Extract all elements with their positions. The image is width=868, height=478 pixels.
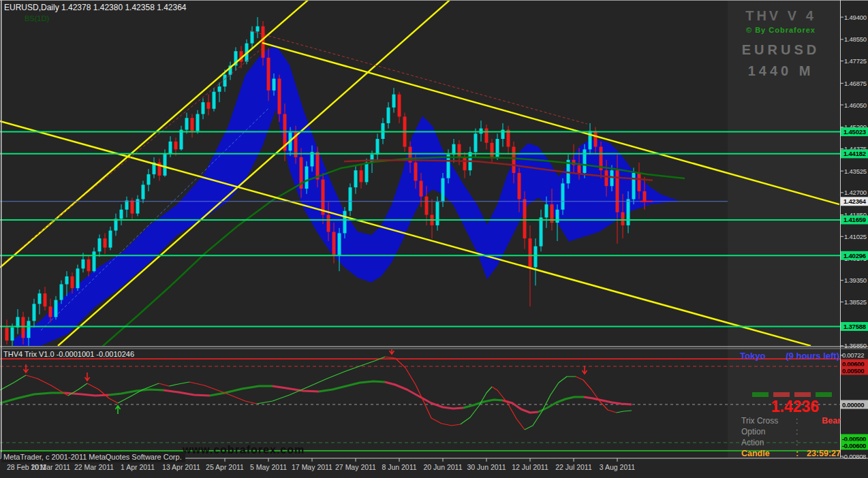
svg-text:1.47725: 1.47725 (844, 57, 867, 65)
indicator-bs-label: BS(1D) (25, 14, 49, 22)
signal-bar (773, 392, 790, 397)
svg-text:1.41025: 1.41025 (844, 233, 867, 240)
svg-text:1.44182: 1.44182 (843, 150, 866, 157)
svg-text:3 Aug 2011: 3 Aug 2011 (600, 463, 636, 471)
svg-text:12 Jul 2011: 12 Jul 2011 (512, 463, 548, 471)
svg-text:1.39350: 1.39350 (844, 276, 867, 284)
row-label: Action (741, 438, 796, 447)
row-trix-cross: Trix Cross : Bear (741, 415, 841, 426)
session-time-left: (9 hours left) (786, 351, 839, 361)
row-colon: : (796, 416, 803, 426)
svg-text:1.49400: 1.49400 (844, 14, 867, 21)
current-price-display: 1.4236 (748, 398, 842, 416)
svg-text:1.36850: 1.36850 (844, 342, 867, 349)
svg-text:1.42700: 1.42700 (844, 189, 867, 196)
row-label: Candle (741, 449, 796, 458)
svg-text:1.45023: 1.45023 (843, 128, 866, 136)
row-candle-countdown: Candle : 23:59:27 (741, 448, 841, 459)
svg-text:0.00722: 0.00722 (842, 351, 864, 359)
signal-bars (752, 392, 832, 397)
row-colon: : (796, 438, 803, 447)
svg-text:1.42364: 1.42364 (843, 197, 867, 205)
thv-logo: THV V 4 © By Cobraforex EURUSD 1440 M (724, 8, 838, 79)
svg-text:30 Jun 2011: 30 Jun 2011 (467, 463, 506, 471)
row-label: Trix Cross (741, 416, 796, 426)
mt4-chart-window: 1.494001.485501.477251.468751.460501.452… (0, 0, 868, 478)
row-colon: : (796, 427, 803, 436)
svg-text:13 Apr 2011: 13 Apr 2011 (162, 463, 200, 471)
logo-byline: © By Cobraforex (724, 26, 838, 34)
logo-title: THV V 4 (724, 8, 838, 24)
session-info: Tokyo (9 hours left) (740, 351, 839, 361)
svg-text:8 Jun 2011: 8 Jun 2011 (382, 463, 416, 471)
row-option: Option : (741, 426, 841, 437)
watermark: www.cobraforex.com (183, 444, 305, 456)
svg-text:22 Jul 2011: 22 Jul 2011 (555, 463, 592, 471)
trix-cross-status: Bear (803, 416, 841, 426)
svg-text:-0.00808: -0.00808 (842, 453, 866, 460)
svg-text:-0.00600: -0.00600 (842, 442, 866, 449)
signal-bar (816, 392, 832, 397)
session-name: Tokyo (740, 351, 765, 361)
svg-text:1.46875: 1.46875 (844, 80, 867, 87)
svg-text:20 Jun 2011: 20 Jun 2011 (423, 463, 462, 471)
metatrader-credit: MetaTrader, c 2001-2011 MetaQuotes Softw… (1, 452, 185, 462)
status-rows: Trix Cross : Bear Option : Action : Cand… (741, 415, 841, 459)
svg-text:1.48550: 1.48550 (844, 35, 867, 43)
svg-text:1.43525: 1.43525 (844, 168, 867, 175)
svg-text:1.41659: 1.41659 (843, 216, 866, 223)
svg-text:10 Mar 2011: 10 Mar 2011 (31, 463, 70, 471)
logo-timeframe: 1440 M (724, 63, 838, 79)
chart-title-ohlc: EURUSD,Daily 1.42378 1.42380 1.42358 1.4… (4, 3, 187, 12)
svg-text:0.00000: 0.00000 (842, 401, 864, 409)
row-action: Action : (741, 437, 841, 448)
svg-text:1 Apr 2011: 1 Apr 2011 (121, 463, 155, 471)
svg-text:1.46050: 1.46050 (844, 101, 867, 109)
signal-bar (752, 392, 769, 397)
signal-bar (794, 392, 811, 397)
svg-text:1.37588: 1.37588 (843, 323, 866, 330)
svg-text:1.40296: 1.40296 (843, 252, 866, 259)
svg-text:17 May 2011: 17 May 2011 (292, 463, 332, 471)
svg-text:1.38525: 1.38525 (844, 298, 867, 306)
row-colon: : (796, 449, 803, 458)
svg-text:22 Mar 2011: 22 Mar 2011 (74, 463, 114, 471)
svg-text:27 May 2011: 27 May 2011 (335, 463, 376, 471)
svg-text:0.00500: 0.00500 (842, 367, 864, 375)
svg-text:5 May 2011: 5 May 2011 (250, 463, 287, 471)
logo-symbol: EURUSD (724, 42, 838, 58)
subwindow-indicator-title: THV4 Trix V1.0 -0.0001001 -0.0010246 (3, 350, 134, 358)
candle-countdown: 23:59:27 (803, 449, 841, 458)
svg-text:25 Apr 2011: 25 Apr 2011 (206, 463, 244, 471)
row-label: Option (741, 427, 796, 436)
